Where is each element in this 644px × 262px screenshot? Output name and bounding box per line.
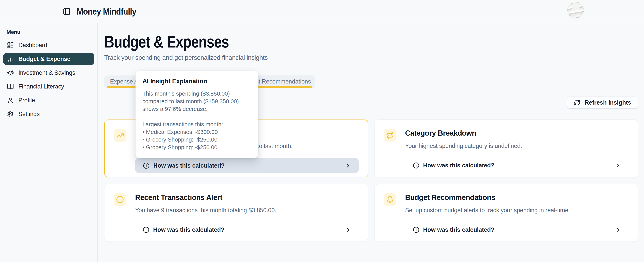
sidebar-item-investment-savings[interactable]: Investment & Savings [3,67,94,79]
card-title: Category Breakdown [405,129,629,137]
refresh-label: Refresh Insights [584,99,631,106]
bar-chart-icon [7,55,14,62]
tooltip-bullet: • Medical Expenses: -$300.00 [142,128,251,136]
card-subtitle: Set up custom budget alerts to track you… [405,207,629,214]
sidebar-item-financial-literacy[interactable]: Financial Literacy [3,80,94,93]
info-icon [143,227,149,233]
how-calculated-button[interactable]: How was this calculated? [135,158,358,173]
chevron-right-icon [615,163,621,168]
tooltip-bullet: • Grocery Shopping: -$250.00 [142,143,251,151]
budget-recommendations-card: Budget Recommendations Set up custom bud… [374,184,638,242]
sidebar-section-label: Menu [6,29,94,35]
book-open-icon [7,83,14,90]
refresh-insights-button[interactable]: Refresh Insights [567,96,638,109]
repeat-icon [384,129,396,142]
card-title: Recent Transactions Alert [135,193,359,202]
chevron-right-icon [345,163,351,169]
user-icon [7,97,14,104]
tooltip-paragraph: This month's spending ($3,850.00) compar… [142,90,251,113]
page-title: Budget & Expenses [104,33,229,50]
sidebar: Menu Dashboard Budget & Expense Investme… [0,23,98,262]
how-calculated-label: How was this calculated? [423,162,494,169]
top-header: Money Mindfully [0,0,644,23]
bell-icon [384,193,396,206]
sidebar-toggle-button[interactable] [62,6,72,16]
ai-insight-tooltip: AI Insight Explanation This month's spen… [136,71,258,158]
alert-circle-icon [114,193,126,206]
info-icon [413,162,419,169]
chevron-right-icon [346,227,351,233]
sidebar-item-profile[interactable]: Profile [3,94,94,106]
card-title: Budget Recommendations [405,193,629,202]
how-calculated-label: How was this calculated? [423,226,494,233]
sidebar-item-label: Financial Literacy [18,83,64,90]
sidebar-item-settings[interactable]: Settings [3,108,94,120]
category-breakdown-card: Category Breakdown Your highest spending… [374,119,638,177]
card-subtitle: Your highest spending category is undefi… [405,142,629,150]
trending-up-icon [114,129,126,142]
sidebar-item-label: Profile [18,97,35,104]
page-subtitle: Track your spending and get personalized… [104,54,638,61]
tooltip-list-heading: Largest transactions this month: [142,120,251,128]
sidebar-item-budget-expense[interactable]: Budget & Expense [3,53,94,65]
app-title: Money Mindfully [77,6,136,17]
sidebar-item-label: Budget & Expense [18,55,70,62]
chevron-right-icon [615,227,621,233]
how-calculated-button[interactable]: How was this calculated? [405,222,629,237]
sidebar-item-dashboard[interactable]: Dashboard [3,39,94,51]
gear-icon [7,111,14,118]
piggy-bank-icon [7,69,14,76]
info-icon [143,162,150,169]
avatar[interactable] [567,2,584,18]
info-icon [413,227,419,233]
tooltip-title: AI Insight Explanation [142,78,251,85]
how-calculated-label: How was this calculated? [153,162,225,169]
sidebar-item-label: Settings [18,111,40,118]
sidebar-item-label: Investment & Savings [18,69,75,76]
sidebar-item-label: Dashboard [18,42,47,49]
refresh-icon [574,99,580,106]
how-calculated-button[interactable]: How was this calculated? [405,158,629,173]
recent-transactions-card: Recent Transactions Alert You have 9 tra… [104,184,368,242]
tooltip-bullet: • Grocery Shopping: -$250.00 [142,136,251,143]
how-calculated-label: How was this calculated? [153,226,224,233]
panel-left-icon [63,7,71,15]
dashboard-icon [7,42,14,49]
app-root: Money Mindfully Menu Dashboard Budget & … [0,0,644,262]
how-calculated-button[interactable]: How was this calculated? [135,222,359,237]
card-subtitle: You have 9 transactions this month total… [135,207,359,214]
